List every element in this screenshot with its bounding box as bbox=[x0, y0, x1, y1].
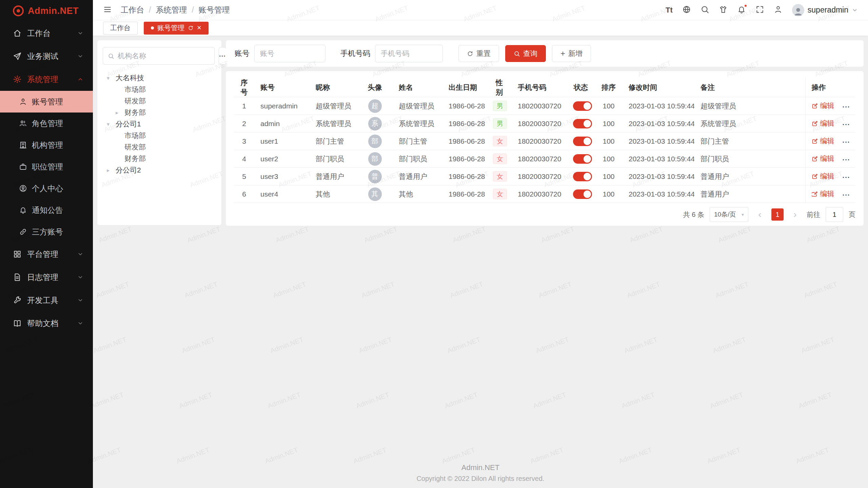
globe-icon[interactable] bbox=[682, 5, 691, 15]
sidebar-item-business-test[interactable]: 业务测试 bbox=[0, 45, 93, 68]
goto-label: 前往 bbox=[807, 210, 820, 219]
sidebar-item-log-management[interactable]: 日志管理 bbox=[0, 266, 93, 289]
sidebar-item-org-management[interactable]: 机构管理 bbox=[0, 134, 93, 156]
sidebar-item-label: 帮助文档 bbox=[27, 318, 58, 329]
tab-account-management[interactable]: 账号管理 bbox=[144, 22, 209, 35]
sidebar-menu: 工作台 业务测试 系统管理 账号管理 角色管理 机构管理 职位管理 bbox=[0, 22, 93, 335]
edit-button[interactable]: 编辑 bbox=[812, 189, 834, 199]
edit-button[interactable]: 编辑 bbox=[812, 101, 834, 110]
breadcrumb-item[interactable]: 工作台 bbox=[121, 5, 144, 15]
gender-badge: 男 bbox=[493, 118, 507, 129]
goto-page-input[interactable] bbox=[826, 207, 843, 222]
edit-icon bbox=[812, 120, 818, 127]
org-more-button[interactable]: ··· bbox=[219, 47, 226, 65]
sidebar-item-account-management[interactable]: 账号管理 bbox=[0, 91, 93, 113]
table-row: 6 user4 其他 其 其他 1986-06-28 女 18020030720… bbox=[234, 185, 855, 203]
avatar: 部 bbox=[368, 135, 382, 148]
font-size-icon[interactable]: Tt bbox=[666, 6, 673, 15]
tree-node[interactable]: 大名科技 bbox=[103, 72, 216, 84]
table-row: 2 admin 系统管理员 系 系统管理员 1986-06-28 男 18020… bbox=[234, 115, 855, 133]
sidebar-item-help-docs[interactable]: 帮助文档 bbox=[0, 312, 93, 335]
edit-button[interactable]: 编辑 bbox=[812, 136, 834, 146]
logo[interactable]: Admin.NET bbox=[0, 0, 93, 22]
more-actions-button[interactable]: ··· bbox=[843, 121, 850, 128]
cell-gender: 女 bbox=[487, 150, 512, 168]
gender-badge: 女 bbox=[493, 171, 507, 182]
sidebar-item-third-party-account[interactable]: 三方账号 bbox=[0, 221, 93, 243]
edit-button[interactable]: 编辑 bbox=[812, 119, 834, 128]
button-label: 查询 bbox=[523, 49, 537, 58]
page-size-select[interactable]: 10条/页 bbox=[710, 207, 748, 222]
prev-page-button[interactable] bbox=[754, 208, 766, 221]
tree-node[interactable]: 分公司1 bbox=[103, 118, 216, 130]
tab-workbench[interactable]: 工作台 bbox=[103, 22, 138, 35]
refresh-icon[interactable] bbox=[188, 25, 194, 31]
cell-no: 5 bbox=[234, 168, 254, 185]
cell-actions: 编辑··· bbox=[805, 115, 855, 133]
notification-badge bbox=[744, 4, 747, 7]
add-button[interactable]: 新增 bbox=[552, 45, 591, 62]
sidebar-item-system-management[interactable]: 系统管理 bbox=[0, 68, 93, 91]
more-actions-button[interactable]: ··· bbox=[843, 191, 850, 199]
sidebar-item-position-management[interactable]: 职位管理 bbox=[0, 156, 93, 178]
sidebar-item-workbench[interactable]: 工作台 bbox=[0, 22, 93, 45]
cell-account: user4 bbox=[254, 185, 310, 203]
sidebar-item-platform-management[interactable]: 平台管理 bbox=[0, 243, 93, 266]
status-toggle[interactable] bbox=[573, 119, 592, 128]
sidebar-item-role-management[interactable]: 角色管理 bbox=[0, 113, 93, 134]
search-button[interactable]: 查询 bbox=[505, 45, 546, 62]
logo-text: Admin.NET bbox=[28, 6, 79, 16]
user-icon[interactable] bbox=[774, 5, 783, 15]
account-input[interactable] bbox=[254, 45, 326, 62]
cell-avatar: 超 bbox=[357, 97, 393, 115]
user-icon bbox=[19, 98, 27, 106]
status-toggle[interactable] bbox=[573, 154, 592, 164]
breadcrumb-item[interactable]: 账号管理 bbox=[199, 5, 230, 15]
status-toggle[interactable] bbox=[573, 172, 592, 181]
accounts-table: 序号 账号 昵称 头像 姓名 出生日期 性别 手机号码 状态 排序 修改时间 备… bbox=[234, 78, 855, 203]
edit-button[interactable]: 编辑 bbox=[812, 154, 834, 163]
tree-node[interactable]: 财务部 bbox=[103, 153, 216, 164]
tree-node-label: 研发部 bbox=[124, 142, 146, 152]
tree-node[interactable]: 市场部 bbox=[103, 130, 216, 141]
tree-node[interactable]: 研发部 bbox=[103, 141, 216, 153]
cell-status bbox=[567, 97, 595, 115]
org-search-input[interactable] bbox=[118, 52, 210, 60]
caret-right-icon[interactable] bbox=[116, 109, 124, 116]
edit-button[interactable]: 编辑 bbox=[812, 171, 834, 181]
close-icon[interactable] bbox=[197, 24, 201, 32]
more-actions-button[interactable]: ··· bbox=[843, 138, 850, 146]
caret-right-icon[interactable] bbox=[107, 167, 116, 174]
more-actions-button[interactable]: ··· bbox=[843, 174, 850, 181]
theme-icon[interactable] bbox=[719, 5, 728, 15]
fullscreen-icon[interactable] bbox=[755, 5, 764, 15]
hamburger-icon[interactable] bbox=[103, 5, 112, 15]
tree-node[interactable]: 市场部 bbox=[103, 84, 216, 95]
sidebar-item-dev-tools[interactable]: 开发工具 bbox=[0, 289, 93, 312]
caret-down-icon[interactable] bbox=[107, 121, 116, 127]
cell-no: 2 bbox=[234, 115, 254, 133]
user-menu[interactable]: superadmin bbox=[792, 4, 858, 16]
tree-node[interactable]: 研发部 bbox=[103, 95, 216, 107]
status-toggle[interactable] bbox=[573, 137, 592, 146]
status-toggle[interactable] bbox=[573, 101, 592, 111]
sidebar-item-label: 系统管理 bbox=[27, 74, 58, 85]
more-actions-button[interactable]: ··· bbox=[843, 156, 850, 163]
phone-input[interactable] bbox=[375, 45, 443, 62]
tree-node[interactable]: 财务部 bbox=[103, 107, 216, 118]
tree-node[interactable]: 分公司2 bbox=[103, 164, 216, 176]
col-remark: 备注 bbox=[694, 78, 805, 97]
status-toggle[interactable] bbox=[573, 189, 592, 199]
next-page-button[interactable] bbox=[789, 208, 801, 221]
sidebar-item-personal-center[interactable]: 个人中心 bbox=[0, 178, 93, 199]
sidebar-item-notice[interactable]: 通知公告 bbox=[0, 199, 93, 221]
more-actions-button[interactable]: ··· bbox=[843, 103, 850, 110]
notification-bell-icon[interactable] bbox=[737, 5, 746, 15]
breadcrumb-item[interactable]: 系统管理 bbox=[156, 5, 187, 15]
page-number-current[interactable]: 1 bbox=[771, 208, 784, 221]
caret-down-icon[interactable] bbox=[107, 75, 116, 81]
reset-button[interactable]: 重置 bbox=[458, 45, 499, 62]
cell-phone: 18020030720 bbox=[512, 97, 567, 115]
search-icon[interactable] bbox=[701, 5, 709, 15]
breadcrumb-separator bbox=[187, 5, 198, 15]
